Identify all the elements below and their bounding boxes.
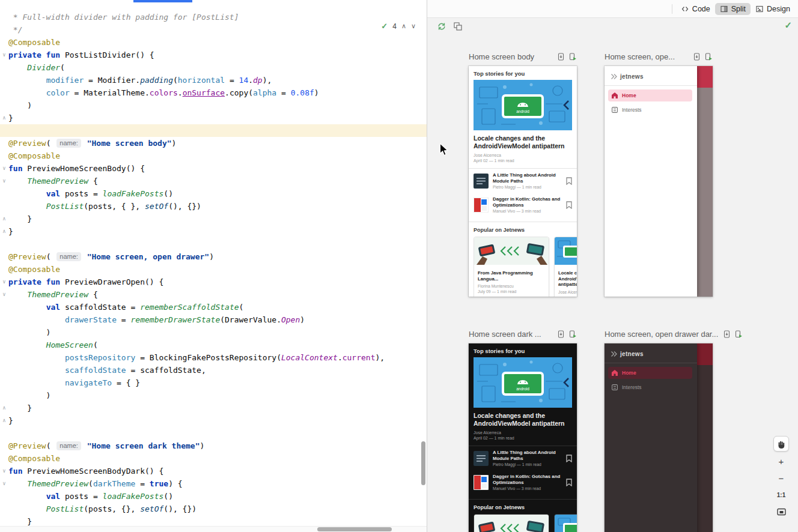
zoom-to-fit-button[interactable]: [773, 504, 789, 519]
editor-horizontal-scrollbar[interactable]: [317, 527, 392, 531]
code-line[interactable]: val posts = loadFakePosts(): [0, 187, 427, 200]
code-line[interactable]: }: [0, 112, 427, 124]
code-line[interactable]: drawerState = rememberDrawerState(Drawer…: [0, 313, 427, 326]
preview-title[interactable]: Home screen dark ...: [469, 330, 541, 339]
fold-marker[interactable]: ∨: [1, 481, 7, 486]
fold-marker[interactable]: ∨: [1, 178, 7, 184]
code-line[interactable]: @Preview( name: "Home screen dark theme"…: [0, 440, 427, 452]
popular-card[interactable]: Locale changes and the AndroidViewModel …: [554, 514, 577, 532]
code-line[interactable]: ): [0, 389, 427, 402]
popular-card[interactable]: Locale changes and the AndroidViewModel …: [554, 237, 577, 297]
previous-problem-icon[interactable]: ∧: [401, 22, 406, 30]
ui-check-icon[interactable]: [557, 330, 565, 338]
fold-marker[interactable]: ∧: [1, 405, 7, 411]
view-options-icon[interactable]: [453, 22, 463, 31]
code-line[interactable]: [0, 124, 427, 137]
editor-pane[interactable]: * Full-width divider with padding for [P…: [0, 0, 427, 532]
preview-title[interactable]: Home screen body: [469, 52, 534, 61]
code-line[interactable]: HomeScreen(: [0, 339, 427, 351]
fold-marker[interactable]: ∨: [1, 166, 7, 171]
code-line[interactable]: }: [0, 213, 427, 225]
drawer-item-home[interactable]: Home: [608, 89, 692, 101]
ui-check-icon[interactable]: [557, 53, 565, 61]
preview-title[interactable]: Home screen, ope...: [605, 52, 675, 61]
fold-marker[interactable]: ∧: [1, 115, 7, 121]
fold-marker[interactable]: ∨: [1, 468, 7, 474]
code-line[interactable]: ThemedPreview(darkTheme = true) {: [0, 477, 427, 490]
code-line[interactable]: [0, 238, 427, 250]
code-line[interactable]: PostList(posts, {}, setOf(), {}): [0, 503, 427, 515]
pan-tool-button[interactable]: [773, 436, 789, 452]
run-on-device-icon[interactable]: [568, 53, 577, 61]
bookmark-icon[interactable]: [566, 201, 572, 209]
post-title[interactable]: Locale changes and the AndroidViewModel …: [474, 135, 572, 150]
mode-design-button[interactable]: Design: [751, 3, 795, 15]
code-line[interactable]: @Composable: [0, 452, 427, 465]
code-line[interactable]: fun PreviewHomeScreenBodyDark() {: [0, 465, 427, 477]
code-line[interactable]: ): [0, 99, 427, 112]
run-on-device-icon[interactable]: [704, 53, 713, 61]
zoom-in-button[interactable]: +: [773, 454, 789, 468]
fold-marker[interactable]: ∧: [1, 216, 7, 222]
code-line[interactable]: val scaffoldState = rememberScaffoldStat…: [0, 301, 427, 313]
post-list-item[interactable]: A Little Thing about Android Module Path…: [469, 169, 577, 193]
code-line[interactable]: ThemedPreview {: [0, 175, 427, 187]
fold-marker[interactable]: ∨: [1, 292, 7, 297]
code-line[interactable]: * Full-width divider with padding for [P…: [0, 11, 427, 23]
fold-marker[interactable]: ∧: [1, 418, 7, 423]
zoom-actual-size-button[interactable]: 1:1: [773, 488, 789, 502]
code-line[interactable]: @Composable: [0, 36, 427, 49]
build-refresh-icon[interactable]: [437, 22, 446, 31]
preview-card-drawer-open[interactable]: jetnews Home Interests: [605, 66, 713, 297]
post-list-item[interactable]: Dagger in Kotlin: Gotchas and Optimizati…: [469, 470, 577, 494]
popular-card[interactable]: From Java Programming Langua... Florina …: [474, 237, 549, 297]
code-line[interactable]: Divider(: [0, 61, 427, 74]
code-line[interactable]: navigateTo = { }: [0, 376, 427, 389]
code-line[interactable]: @Preview( name: "Home screen, open drawe…: [0, 250, 427, 263]
preview-card-home-dark[interactable]: Top stories for you: [469, 343, 577, 532]
code-line[interactable]: @Composable: [0, 263, 427, 276]
preview-card-home-body[interactable]: Top stories for you: [469, 66, 577, 297]
inspections-widget[interactable]: ✓ 4 ∧ ∨: [381, 22, 416, 31]
bookmark-icon[interactable]: [566, 455, 572, 462]
code-line[interactable]: }: [0, 402, 427, 414]
code-line[interactable]: ThemedPreview {: [0, 288, 427, 301]
code-line[interactable]: @Composable: [0, 150, 427, 162]
drawer-item-home[interactable]: Home: [608, 367, 692, 379]
editor-horizontal-scrollbar-track[interactable]: [0, 526, 427, 532]
code-line[interactable]: }: [0, 414, 427, 427]
code-line[interactable]: PostList(posts, { }, setOf(), {}): [0, 200, 427, 213]
fold-marker[interactable]: ∧: [1, 229, 7, 234]
preview-title[interactable]: Home screen, open drawer dar...: [605, 330, 718, 339]
mode-code-button[interactable]: Code: [676, 3, 715, 15]
code-line[interactable]: [0, 427, 427, 440]
code-line[interactable]: ): [0, 326, 427, 339]
code-line[interactable]: private fun PostListDivider() {: [0, 49, 427, 61]
code-line[interactable]: color = MaterialTheme.colors.onSurface.c…: [0, 86, 427, 99]
ui-check-icon[interactable]: [693, 53, 701, 61]
editor-vertical-scrollbar[interactable]: [421, 441, 425, 485]
run-on-device-icon[interactable]: [568, 330, 577, 338]
code-area[interactable]: * Full-width divider with padding for [P…: [0, 11, 427, 528]
code-line[interactable]: modifier = Modifier.padding(horizontal =…: [0, 74, 427, 86]
code-line[interactable]: }: [0, 225, 427, 238]
drawer-item-interests[interactable]: Interests: [608, 381, 692, 393]
bookmark-icon[interactable]: [566, 177, 572, 185]
code-line[interactable]: private fun PreviewDrawerOpen() {: [0, 276, 427, 288]
code-line[interactable]: val posts = loadFakePosts(): [0, 490, 427, 503]
mode-split-button[interactable]: Split: [715, 3, 751, 15]
next-problem-icon[interactable]: ∨: [411, 22, 416, 30]
post-list-item[interactable]: Dagger in Kotlin: Gotchas and Optimizati…: [469, 193, 577, 217]
code-line[interactable]: @Preview( name: "Home screen body"): [0, 137, 427, 150]
fold-marker[interactable]: ∨: [1, 279, 7, 285]
code-line[interactable]: */: [0, 23, 427, 36]
gutter[interactable]: ∨∨∨∨∨∨∨∧∧∧∧∧: [0, 0, 8, 532]
code-line[interactable]: postsRepository = BlockingFakePostsRepos…: [0, 351, 427, 364]
code-line[interactable]: scaffoldState = scaffoldState,: [0, 364, 427, 376]
fold-marker[interactable]: ∨: [1, 52, 7, 58]
bookmark-icon[interactable]: [566, 479, 572, 486]
drawer-item-interests[interactable]: Interests: [608, 104, 692, 116]
post-title[interactable]: Locale changes and the AndroidViewModel …: [474, 412, 572, 427]
popular-card[interactable]: From Java Programming Langua... Florina …: [474, 514, 549, 532]
code-line[interactable]: fun PreviewHomeScreenBody() {: [0, 162, 427, 175]
